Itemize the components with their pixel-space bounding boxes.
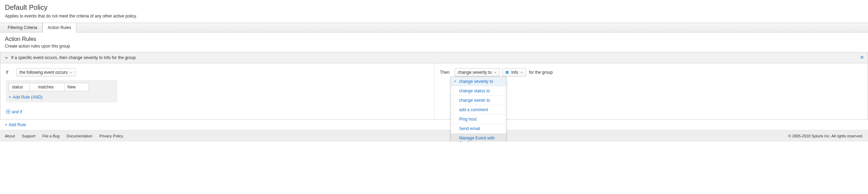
and-if-link[interactable]: and if (6, 109, 429, 114)
rule-block: If a specific event occurs, then change … (0, 52, 868, 120)
action-menu-item[interactable]: change severity to (451, 77, 506, 86)
add-rule-and-link[interactable]: Add Rule (AND) (9, 95, 115, 100)
for-group-label: for the group (529, 70, 553, 75)
rule-summary: If a specific event occurs, then change … (11, 55, 136, 60)
footer-copyright: © 2005-2018 Splunk Inc. All rights reser… (788, 134, 863, 138)
add-rule-link[interactable]: Add Rule (5, 122, 26, 127)
then-pane: Then change severity to Info for the gro… (434, 63, 868, 119)
footer-link[interactable]: File a Bug (42, 134, 60, 138)
add-rule-outer: Add Rule (0, 120, 868, 130)
info-severity-icon (506, 71, 508, 74)
action-menu-item[interactable]: add a comment (451, 105, 506, 115)
close-icon[interactable]: ✕ (860, 55, 864, 60)
cond-op-dropdown[interactable]: matches (30, 83, 65, 91)
caret-down-icon (70, 71, 73, 74)
then-value-dropdown[interactable]: Info (503, 68, 526, 77)
footer-link[interactable]: About (5, 134, 15, 138)
chevron-down-icon (5, 56, 8, 60)
action-menu-item[interactable]: Ping host (451, 115, 506, 124)
footer-link[interactable]: Support (22, 134, 36, 138)
then-action-label: change severity to (458, 70, 492, 75)
rule-header[interactable]: If a specific event occurs, then change … (0, 52, 868, 63)
if-trigger-label: the following event occurs (20, 70, 68, 75)
footer-link[interactable]: Documentation (67, 134, 92, 138)
cond-field[interactable]: status (9, 83, 30, 91)
tab-action-rules[interactable]: Action Rules (43, 23, 76, 33)
if-trigger-dropdown[interactable]: the following event occurs (16, 68, 76, 77)
action-dropdown-menu: change severity tochange status tochange… (451, 77, 506, 142)
action-menu-item[interactable]: Send email (451, 124, 506, 134)
then-action-dropdown[interactable]: change severity to (455, 68, 500, 77)
section-title: Action Rules (5, 36, 863, 42)
section-header: Action Rules Create action rules upon th… (0, 33, 868, 52)
page-title: Default Policy (5, 3, 863, 12)
if-pane: If the following event occurs status mat… (0, 63, 434, 119)
caret-down-icon (494, 71, 497, 74)
if-label: If (6, 70, 14, 75)
cond-op-label: matches (38, 85, 54, 89)
action-menu-item[interactable]: change owner to (451, 96, 506, 105)
rule-body: If the following event occurs status mat… (0, 63, 868, 119)
then-label: Then (440, 70, 452, 75)
footer-links: AboutSupportFile a BugDocumentationPriva… (5, 134, 123, 138)
footer: AboutSupportFile a BugDocumentationPriva… (0, 130, 868, 142)
tab-filtering-criteria[interactable]: Filtering Criteria (3, 23, 43, 32)
then-value-label: Info (511, 70, 518, 75)
condition-row: status matches New (9, 83, 115, 91)
footer-link[interactable]: Privacy Policy (99, 134, 123, 138)
cond-value[interactable]: New (65, 83, 89, 91)
condition-box: status matches New Add Rule (AND) (6, 80, 118, 102)
tabs: Filtering Criteria Action Rules (0, 23, 868, 33)
section-description: Create action rules upon this group (5, 44, 863, 49)
action-menu-item[interactable]: change status to (451, 86, 506, 96)
caret-down-icon (520, 71, 523, 74)
action-menu-item[interactable]: Manage Event with OpsGenie (451, 134, 506, 142)
page-description: Applies to events that do not meet the c… (5, 14, 863, 19)
page-header: Default Policy Applies to events that do… (0, 0, 868, 21)
